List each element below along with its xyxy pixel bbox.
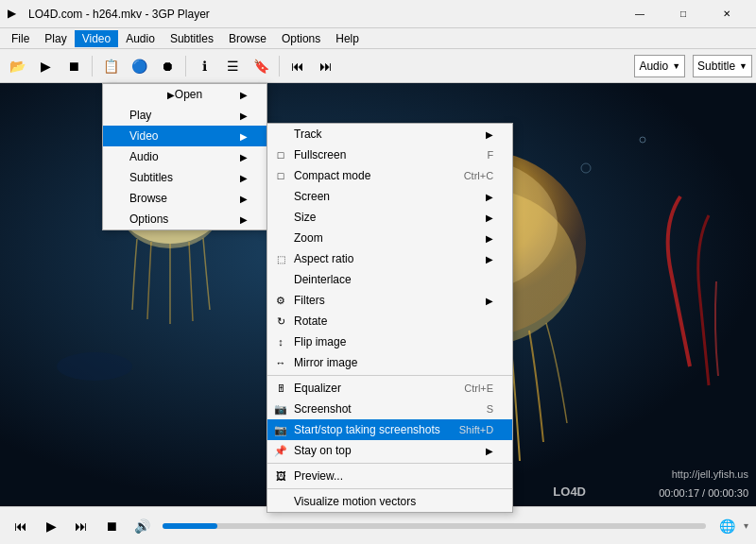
tb-sep-3 — [279, 56, 280, 76]
menu-audio[interactable]: Audio — [118, 30, 163, 47]
eq-label: Equalizer — [294, 382, 341, 395]
options-sub-arrow: ▶ — [240, 214, 248, 225]
screenshot-label: Screenshot — [294, 402, 352, 416]
stay-top-label: Stay on top — [294, 444, 352, 457]
eq-icon: 🎚 — [273, 381, 288, 396]
screenshot-shortcut: S — [468, 403, 493, 415]
progress-bar[interactable] — [163, 523, 706, 529]
subtitle-arrow: ▼ — [739, 61, 747, 71]
ctx-deinterlace[interactable]: Deinterlace — [267, 269, 512, 290]
flip-label: Flip image — [294, 335, 346, 348]
audio-arrow: ▼ — [672, 61, 680, 71]
menu-subtitles[interactable]: Subtitles — [163, 30, 221, 47]
ctx-preview[interactable]: 🖼 Preview... — [267, 466, 512, 486]
tb-stop[interactable]: ⏹ — [60, 53, 87, 79]
tb-playlist[interactable]: ☰ — [219, 53, 246, 79]
bb-play[interactable]: ▶ — [38, 513, 64, 539]
ctx-open[interactable]: ▶ Open ▶ — [103, 84, 266, 105]
ctx-screen[interactable]: Screen ▶ — [267, 186, 512, 207]
ctx-filters[interactable]: ⚙ Filters ▶ — [267, 290, 512, 311]
ctx-fullscreen[interactable]: □ Fullscreen F — [267, 144, 512, 165]
menu-file[interactable]: File — [4, 30, 37, 47]
flip-icon: ↕ — [273, 334, 288, 349]
tb-sep-1 — [92, 56, 93, 76]
rotate-icon: ↻ — [273, 314, 288, 329]
ctx-sep-3 — [267, 488, 512, 489]
bb-prev[interactable]: ⏮ — [8, 513, 34, 539]
audio-dropdown[interactable]: Audio ▼ — [634, 55, 685, 77]
ctx-sep-2 — [267, 463, 512, 464]
tb-next[interactable]: ⏭ — [313, 53, 339, 79]
ctx-audio[interactable]: Audio ▶ — [103, 146, 266, 167]
close-button[interactable]: ✕ — [705, 0, 748, 28]
watermark: http://jell.yfish.us — [672, 468, 748, 480]
open-sub-arrow: ▶ — [240, 90, 248, 100]
screen-label: Screen — [294, 190, 330, 203]
ctx-aspect-ratio[interactable]: ⬚ Aspect ratio ▶ — [267, 248, 512, 269]
start-stop-icon: 📷 — [273, 422, 288, 437]
audio-label: Audio — [639, 60, 668, 73]
preview-label: Preview... — [294, 469, 343, 483]
tb-play[interactable]: ▶ — [32, 53, 59, 79]
ctx-track[interactable]: Track ▶ — [267, 124, 512, 144]
ctx-browse[interactable]: Browse ▶ — [103, 188, 266, 209]
filters-arrow: ▶ — [486, 296, 493, 306]
track-label: Track — [294, 128, 322, 141]
ctx-mirror-image[interactable]: ↔ Mirror image — [267, 352, 512, 373]
ctx-zoom[interactable]: Zoom ▶ — [267, 228, 512, 248]
menu-browse[interactable]: Browse — [221, 30, 274, 47]
ctx-size[interactable]: Size ▶ — [267, 207, 512, 228]
bb-stop[interactable]: ⏹ — [98, 513, 125, 539]
zoom-arrow: ▶ — [486, 233, 493, 244]
ctx-video[interactable]: Video ▶ — [103, 126, 266, 146]
menu-play[interactable]: Play — [37, 30, 74, 47]
context-menu-l1: ▶ Open ▶ Play ▶ Video ▶ Audio ▶ Subtitle… — [102, 83, 267, 230]
ctx-rotate[interactable]: ↻ Rotate — [267, 311, 512, 332]
menu-options[interactable]: Options — [274, 30, 328, 47]
menu-help[interactable]: Help — [328, 30, 367, 47]
menu-video[interactable]: Video — [75, 30, 118, 47]
logo-area: LO4D — [553, 484, 586, 499]
filters-label: Filters — [294, 294, 325, 307]
ctx-compact[interactable]: □ Compact mode Ctrl+C — [267, 165, 512, 186]
start-stop-label: Start/stop taking screenshots — [294, 423, 440, 436]
tb-capture2[interactable]: 🔵 — [126, 53, 152, 79]
bb-next[interactable]: ⏭ — [68, 513, 94, 539]
context-menu-l2: Track ▶ □ Fullscreen F □ Compact mode Ct… — [266, 123, 513, 513]
subtitles-sub-arrow: ▶ — [240, 173, 248, 183]
tb-open[interactable]: 📂 — [4, 53, 30, 79]
bb-globe[interactable]: 🌐 — [713, 513, 740, 539]
tb-list[interactable]: ⏺ — [154, 53, 180, 79]
minimize-button[interactable]: — — [618, 0, 662, 28]
compact-shortcut: Ctrl+C — [445, 170, 493, 181]
ctx-play[interactable]: Play ▶ — [103, 105, 266, 126]
mirror-icon: ↔ — [273, 355, 288, 370]
ctx-screenshot[interactable]: 📷 Screenshot S — [267, 399, 512, 419]
ctx-options[interactable]: Options ▶ — [103, 209, 266, 230]
fullscreen-icon: □ — [273, 147, 288, 162]
size-arrow: ▶ — [486, 212, 493, 223]
ctx-subtitles[interactable]: Subtitles ▶ — [103, 167, 266, 188]
app-icon: ▶ — [8, 7, 23, 22]
stay-top-icon: 📌 — [273, 443, 288, 458]
eq-shortcut: Ctrl+E — [445, 382, 493, 394]
bb-vol[interactable]: 🔊 — [129, 513, 155, 539]
window-controls: — □ ✕ — [618, 0, 748, 28]
ctx-flip-image[interactable]: ↕ Flip image — [267, 332, 512, 352]
subtitle-dropdown[interactable]: Subtitle ▼ — [693, 55, 752, 77]
audio-sub-arrow: ▶ — [240, 152, 248, 162]
compact-label: Compact mode — [294, 169, 370, 182]
fullscreen-shortcut: F — [468, 149, 493, 161]
ctx-equalizer[interactable]: 🎚 Equalizer Ctrl+E — [267, 378, 512, 399]
tb-bookmark[interactable]: 🔖 — [248, 53, 274, 79]
ctx-visualize[interactable]: Visualize motion vectors — [267, 491, 512, 512]
stay-top-arrow: ▶ — [486, 446, 493, 456]
tb-prev[interactable]: ⏮ — [284, 53, 311, 79]
tb-capture[interactable]: 📋 — [97, 53, 124, 79]
rotate-label: Rotate — [294, 314, 327, 328]
maximize-button[interactable]: □ — [662, 0, 705, 28]
ctx-start-stop-screenshot[interactable]: 📷 Start/stop taking screenshots Shift+D — [267, 419, 512, 440]
ctx-stay-top[interactable]: 📌 Stay on top ▶ — [267, 440, 512, 461]
tb-info[interactable]: ℹ — [191, 53, 217, 79]
screen-arrow: ▶ — [486, 192, 493, 202]
